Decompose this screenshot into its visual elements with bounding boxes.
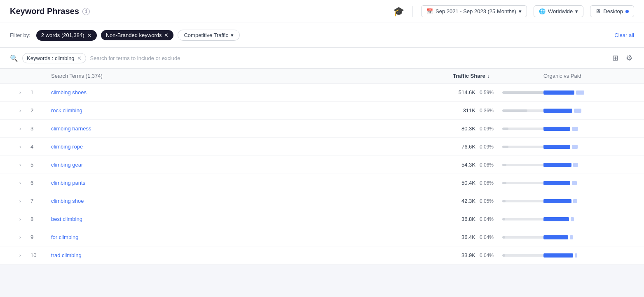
keyword-term[interactable]: climbing rope xyxy=(51,144,453,150)
words-filter-label: 2 words (201,384) xyxy=(41,32,84,38)
keyword-term[interactable]: best climbing xyxy=(51,216,453,222)
row-expand-button[interactable]: › xyxy=(10,125,30,132)
table-row[interactable]: › 9 for climbing 36.4K 0.04% xyxy=(0,228,644,246)
table-row[interactable]: › 2 rock climbing 311K 0.36% xyxy=(0,102,644,120)
table-row[interactable]: › 1 climbing shoes 514.6K 0.59% xyxy=(0,84,644,102)
device-button[interactable]: 🖥 Desktop xyxy=(590,5,634,17)
traffic-volume: 33.9K xyxy=(453,252,475,258)
traffic-cell: 80.3K 0.09% xyxy=(453,125,543,132)
info-icon[interactable]: ℹ xyxy=(82,8,90,15)
traffic-bar-wrap xyxy=(502,91,543,94)
traffic-pct: 0.09% xyxy=(480,126,498,132)
keyword-term[interactable]: rock climbing xyxy=(51,107,453,114)
row-expand-button[interactable]: › xyxy=(10,162,30,168)
traffic-bar-wrap xyxy=(502,146,543,148)
location-button[interactable]: 🌐 Worldwide ▾ xyxy=(534,5,583,17)
traffic-bar-wrap xyxy=(502,128,543,130)
table-settings-button[interactable]: ⚙ xyxy=(624,52,634,64)
table-row[interactable]: › 4 climbing rope 76.6K 0.09% xyxy=(0,138,644,156)
branded-filter-tag[interactable]: Non-Branded keywords ✕ xyxy=(101,30,174,40)
competitive-filter-tag[interactable]: Competitive Traffic ▾ xyxy=(178,30,239,41)
row-rank: 8 xyxy=(30,216,51,222)
row-expand-button[interactable]: › xyxy=(10,252,30,258)
organic-vs-paid-cell xyxy=(543,181,634,185)
competitive-chevron-icon: ▾ xyxy=(231,32,234,38)
th-traffic-share[interactable]: Traffic Share ↓ xyxy=(453,73,543,79)
calendar-icon: 📅 xyxy=(426,8,433,14)
keyword-filter-tag[interactable]: Keywords : climbing ✕ xyxy=(22,53,86,63)
keyword-term[interactable]: climbing pants xyxy=(51,180,453,186)
organic-vs-paid-cell xyxy=(543,90,634,95)
search-placeholder[interactable]: Search for terms to include or exclude xyxy=(90,55,607,61)
divider xyxy=(412,6,413,17)
branded-filter-remove[interactable]: ✕ xyxy=(164,32,169,38)
paid-bar xyxy=(574,109,581,113)
table-row[interactable]: › 10 trad climbing 33.9K 0.04% xyxy=(0,246,644,265)
organic-bar xyxy=(543,127,570,131)
keyword-term[interactable]: for climbing xyxy=(51,234,453,240)
table-header: Search Terms (1,374) Traffic Share ↓ Org… xyxy=(0,69,644,84)
keyword-term[interactable]: climbing gear xyxy=(51,162,453,168)
table-row[interactable]: › 7 climbing shoe 42.3K 0.05% xyxy=(0,192,644,210)
paid-bar xyxy=(572,127,578,131)
keyword-term[interactable]: climbing harness xyxy=(51,125,453,132)
traffic-volume: 76.6K xyxy=(453,144,475,150)
organic-bar xyxy=(543,90,574,95)
row-rank: 6 xyxy=(30,180,51,186)
traffic-pct: 0.59% xyxy=(480,90,498,95)
traffic-volume: 54.3K xyxy=(453,162,475,168)
traffic-bar xyxy=(502,146,508,148)
row-rank: 9 xyxy=(30,234,51,240)
row-rank: 2 xyxy=(30,107,51,114)
traffic-pct: 0.06% xyxy=(480,180,498,186)
export-excel-button[interactable]: ⊞ xyxy=(611,52,620,64)
organic-vs-paid-cell xyxy=(543,253,634,258)
row-expand-button[interactable]: › xyxy=(10,216,30,222)
device-dot xyxy=(625,10,629,13)
traffic-cell: 33.9K 0.04% xyxy=(453,252,543,258)
traffic-pct: 0.04% xyxy=(480,234,498,240)
traffic-share-label: Traffic Share xyxy=(453,73,485,79)
row-expand-button[interactable]: › xyxy=(10,180,30,186)
traffic-volume: 80.3K xyxy=(453,125,475,132)
date-range-button[interactable]: 📅 Sep 2021 - Sep 2023 (25 Months) ▾ xyxy=(421,5,527,17)
keyword-term[interactable]: climbing shoes xyxy=(51,89,453,95)
table-row[interactable]: › 6 climbing pants 50.4K 0.06% xyxy=(0,174,644,192)
keyword-term[interactable]: trad climbing xyxy=(51,252,453,258)
traffic-cell: 54.3K 0.06% xyxy=(453,162,543,168)
row-expand-button[interactable]: › xyxy=(10,198,30,204)
table-row[interactable]: › 3 climbing harness 80.3K 0.09% xyxy=(0,120,644,138)
table-row[interactable]: › 8 best climbing 36.8K 0.04% xyxy=(0,210,644,228)
keyword-filter-remove[interactable]: ✕ xyxy=(77,55,82,61)
words-filter-tag[interactable]: 2 words (201,384) ✕ xyxy=(36,30,97,41)
traffic-volume: 311K xyxy=(453,107,475,114)
organic-bar xyxy=(543,145,570,149)
table-row[interactable]: › 5 climbing gear 54.3K 0.06% xyxy=(0,156,644,174)
organic-vs-paid-cell xyxy=(543,235,634,239)
page-title: Keyword Phrases ℹ xyxy=(10,7,393,16)
traffic-volume: 36.8K xyxy=(453,216,475,222)
row-expand-button[interactable]: › xyxy=(10,234,30,240)
clear-all-button[interactable]: Clear all xyxy=(614,32,634,38)
row-expand-button[interactable]: › xyxy=(10,144,30,150)
traffic-bar xyxy=(502,128,508,130)
traffic-bar xyxy=(502,109,527,112)
traffic-volume: 50.4K xyxy=(453,180,475,186)
branded-filter-label: Non-Branded keywords xyxy=(106,32,162,38)
row-expand-button[interactable]: › xyxy=(10,107,30,114)
keyword-term[interactable]: climbing shoe xyxy=(51,198,453,204)
paid-bar xyxy=(575,253,577,258)
words-filter-remove[interactable]: ✕ xyxy=(87,32,92,39)
organic-bar xyxy=(543,163,571,167)
traffic-bar-wrap xyxy=(502,254,543,257)
traffic-volume: 514.6K xyxy=(453,89,475,95)
row-expand-button[interactable]: › xyxy=(10,89,30,95)
organic-vs-paid-cell xyxy=(543,109,634,113)
device-label: Desktop xyxy=(603,8,623,14)
paid-bar xyxy=(571,217,574,221)
location-label: Worldwide xyxy=(548,8,573,14)
traffic-pct: 0.05% xyxy=(480,198,498,204)
traffic-cell: 311K 0.36% xyxy=(453,107,543,114)
monitor-icon: 🖥 xyxy=(595,8,601,14)
table-body: › 1 climbing shoes 514.6K 0.59% › 2 rock… xyxy=(0,84,644,265)
